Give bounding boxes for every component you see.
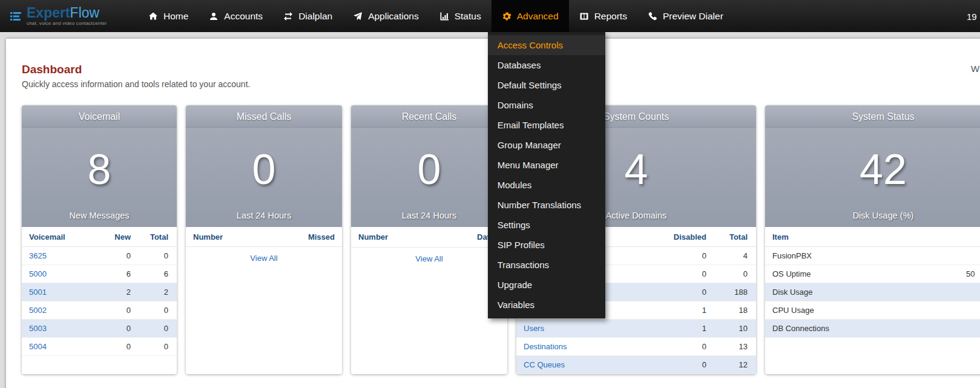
brand-logo[interactable]: ExpertFlow chat, voice and video contact… <box>10 6 138 26</box>
col-header: New <box>92 232 131 242</box>
col-header: Missed <box>294 232 342 242</box>
menu-item-settings[interactable]: Settings <box>488 215 605 235</box>
nav-item-advanced[interactable]: Advanced Access Controls Databases Defau… <box>492 0 569 32</box>
nav-label-dialplan: Dialplan <box>298 11 332 22</box>
table-row: DB Connections <box>765 320 980 338</box>
nav-label-reports: Reports <box>594 11 627 22</box>
table-row: 5001 2 2 <box>22 283 177 301</box>
nav-item-preview-dialer[interactable]: Preview Dialer <box>637 0 734 32</box>
menu-item-domains[interactable]: Domains <box>488 95 605 115</box>
status-item: DB Connections <box>765 324 966 333</box>
card-system-status-hero: 42 Disk Usage (%) <box>765 128 980 227</box>
voicemail-box-link[interactable]: 5003 <box>29 324 47 333</box>
recent-calls-count: 0 <box>418 148 441 191</box>
menu-item-upgrade[interactable]: Upgrade <box>488 275 605 295</box>
voicemail-box-link[interactable]: 5000 <box>29 269 47 278</box>
voicemail-count: 8 <box>88 148 111 191</box>
paper-plane-icon <box>353 12 363 21</box>
card-system-status-title: System Status <box>765 105 980 128</box>
table-row: 5002 0 0 <box>22 301 177 320</box>
cell-disabled: 0 <box>643 269 706 278</box>
nav-item-applications[interactable]: Applications <box>343 0 429 32</box>
cell-new: 6 <box>92 269 131 278</box>
nav-label-accounts: Accounts <box>224 11 263 22</box>
brand-name-secondary: Flow <box>70 5 100 21</box>
phone-icon <box>648 12 657 21</box>
cell-disabled: 0 <box>643 251 706 260</box>
card-voicemail-title: Voicemail <box>22 105 177 128</box>
cell-total: 13 <box>706 342 756 351</box>
missed-calls-view-all-link[interactable]: View All <box>186 247 342 269</box>
user-icon <box>209 12 219 21</box>
cell-total: 2 <box>131 288 177 297</box>
system-status-number: 42 <box>860 148 907 191</box>
system-counts-number: 4 <box>625 148 648 191</box>
card-missed-calls: Missed Calls 0 Last 24 Hours Number Miss… <box>186 105 342 374</box>
cell-total: 18 <box>706 306 756 315</box>
table-row: 5004 0 0 <box>22 338 177 356</box>
col-header: Disabled <box>643 232 706 242</box>
menu-item-default-settings[interactable]: Default Settings <box>488 75 605 95</box>
cell-disabled: 0 <box>643 360 706 369</box>
recent-calls-table: Number Date/Time View All <box>351 227 507 374</box>
count-item-link[interactable]: Users <box>524 324 544 333</box>
nav-label-preview-dialer: Preview Dialer <box>663 11 723 22</box>
table-row: Users 1 10 <box>516 320 756 338</box>
nav-item-accounts[interactable]: Accounts <box>199 0 273 32</box>
table-row: OS Uptime 50 <box>765 265 980 283</box>
menu-item-number-translations[interactable]: Number Translations <box>488 195 605 215</box>
cell-new: 2 <box>92 288 131 297</box>
cell-disabled: 0 <box>643 288 706 297</box>
menu-item-group-manager[interactable]: Group Manager <box>488 135 605 155</box>
nav-item-reports[interactable]: Reports <box>569 0 637 32</box>
nav-item-home[interactable]: Home <box>138 0 199 32</box>
menu-item-variables[interactable]: Variables <box>488 295 605 315</box>
count-item-link[interactable]: Destinations <box>524 342 567 351</box>
voicemail-box-link[interactable]: 5002 <box>29 306 47 315</box>
menu-item-email-templates[interactable]: Email Templates <box>488 115 605 135</box>
brand-tagline: chat, voice and video contactcenter <box>27 21 107 26</box>
status-item: Disk Usage <box>765 288 966 297</box>
recent-calls-view-all-link[interactable]: View All <box>351 248 507 270</box>
missed-calls-count-label: Last 24 Hours <box>186 211 342 227</box>
voicemail-table-header: Voicemail New Total <box>22 227 177 247</box>
voicemail-box-link[interactable]: 5004 <box>29 342 47 351</box>
cell-total: 0 <box>131 306 177 315</box>
cell-total: 4 <box>706 251 756 260</box>
brand-text: ExpertFlow chat, voice and video contact… <box>27 6 107 26</box>
menu-item-databases[interactable]: Databases <box>488 55 605 75</box>
nav-item-status[interactable]: Status <box>429 0 492 32</box>
cell-total: 0 <box>131 324 177 333</box>
menu-item-sip-profiles[interactable]: SIP Profiles <box>488 235 605 255</box>
col-header: Total <box>706 232 756 242</box>
voicemail-count-label: New Messages <box>22 211 177 227</box>
cell-total: 188 <box>706 288 756 297</box>
nav-label-applications: Applications <box>368 11 419 22</box>
status-item: OS Uptime <box>765 269 966 278</box>
nav-label-home: Home <box>163 11 188 22</box>
cell-total: 0 <box>706 269 756 278</box>
nav-item-dialplan[interactable]: Dialplan <box>273 0 343 32</box>
brand-bars-icon <box>10 10 22 22</box>
col-header: Number <box>186 232 294 242</box>
menu-item-transactions[interactable]: Transactions <box>488 255 605 275</box>
menu-item-modules[interactable]: Modules <box>488 175 605 195</box>
menu-item-access-controls[interactable]: Access Controls <box>488 35 605 55</box>
card-voicemail: Voicemail 8 New Messages Voicemail New T… <box>22 105 177 374</box>
voicemail-box-link[interactable]: 3625 <box>29 251 47 260</box>
table-row: Disk Usage <box>765 283 980 301</box>
menu-item-menu-manager[interactable]: Menu Manager <box>488 155 605 175</box>
advanced-dropdown-menu: Access Controls Databases Default Settin… <box>488 32 605 318</box>
cell-disabled: 1 <box>643 306 706 315</box>
system-status-number-label: Disk Usage (%) <box>765 211 980 227</box>
cell-new: 0 <box>92 306 131 315</box>
status-value: 50 <box>966 269 980 278</box>
nav-label-status: Status <box>455 11 481 22</box>
nav-label-advanced: Advanced <box>517 11 559 22</box>
voicemail-box-link[interactable]: 5001 <box>29 288 47 297</box>
card-system-status: System Status 42 Disk Usage (%) Item Fus… <box>765 105 980 374</box>
table-row: FusionPBX <box>765 247 980 265</box>
count-item-link[interactable]: CC Queues <box>524 360 565 369</box>
missed-calls-table-header: Number Missed <box>186 227 342 247</box>
card-missed-calls-hero: 0 Last 24 Hours <box>186 128 342 227</box>
